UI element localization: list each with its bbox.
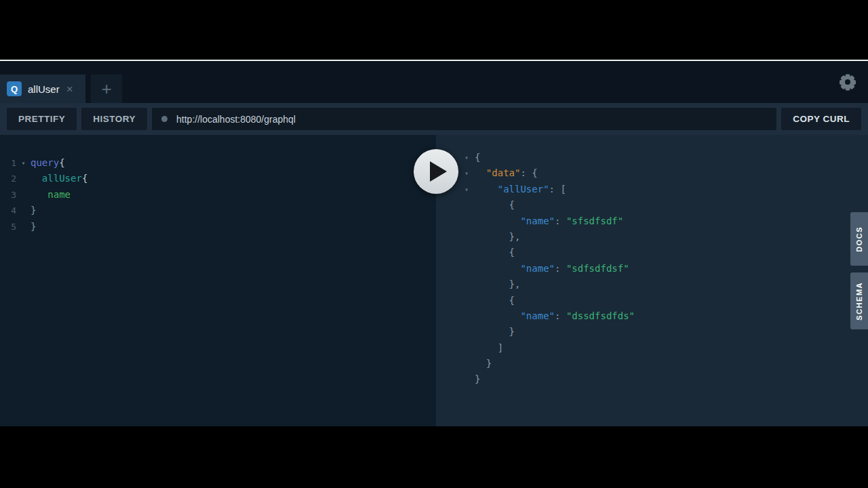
letterbox-bottom bbox=[0, 426, 868, 488]
code-token: "sfsdfsdf" bbox=[566, 214, 623, 229]
tab-alluser[interactable]: Q allUser × bbox=[0, 75, 85, 103]
endpoint-url-input[interactable]: http://localhost:8080/graphql bbox=[152, 108, 776, 130]
line-number: 1 bbox=[0, 155, 16, 171]
code-token: : { bbox=[520, 165, 537, 181]
toolbar: PRETTIFY HISTORY http://localhost:8080/g… bbox=[0, 103, 868, 135]
line-number: 2 bbox=[0, 171, 16, 186]
fold-arrow-icon[interactable]: ▾ bbox=[465, 150, 469, 165]
response-line: }, bbox=[436, 229, 868, 245]
editor-line[interactable]: 1▾query{ bbox=[0, 155, 436, 171]
code-token: }, bbox=[509, 229, 521, 245]
response-line: } bbox=[436, 324, 868, 340]
code-token bbox=[475, 293, 509, 308]
code-token: { bbox=[59, 155, 64, 171]
code-token: "sdfsdfdsf" bbox=[566, 261, 629, 277]
code-token: "name" bbox=[520, 308, 555, 324]
code-token: : bbox=[555, 214, 566, 229]
fold-spacer bbox=[16, 187, 31, 203]
code-token bbox=[475, 277, 509, 292]
response-line: } bbox=[436, 371, 868, 387]
editor-line[interactable]: 4} bbox=[0, 203, 436, 218]
code-token bbox=[475, 165, 486, 181]
close-tab-icon[interactable]: × bbox=[66, 83, 73, 95]
code-token: { bbox=[509, 293, 515, 308]
code-token: : bbox=[555, 308, 566, 324]
code-token: "dssdfsdfds" bbox=[566, 308, 635, 324]
code-token: "name" bbox=[520, 261, 555, 277]
prettify-button[interactable]: PRETTIFY bbox=[7, 108, 77, 130]
editor-line[interactable]: 5} bbox=[0, 219, 436, 235]
code-token: }, bbox=[509, 277, 521, 292]
response-line: { bbox=[436, 197, 868, 213]
fold-spacer bbox=[16, 171, 31, 186]
fold-spacer bbox=[16, 203, 31, 218]
graphql-playground: Q allUser × + PRETTIFY HISTORY http://lo… bbox=[0, 61, 868, 426]
response-line: ▾ "data": { bbox=[436, 165, 868, 181]
editor-response-split: 1▾query{2 allUser{3 name4}5} ▾{▾ "data":… bbox=[0, 135, 868, 426]
response-line: ▾ "allUser": [ bbox=[436, 182, 868, 197]
response-viewer: ▾{▾ "data": {▾ "allUser": [ { "name": "s… bbox=[436, 135, 868, 426]
code-token: query bbox=[31, 155, 59, 171]
fold-spacer bbox=[16, 219, 31, 235]
code-token: allUser bbox=[42, 171, 82, 186]
code-token bbox=[475, 261, 520, 277]
response-line: ] bbox=[436, 340, 868, 356]
code-token: } bbox=[486, 356, 492, 371]
code-token bbox=[475, 197, 509, 213]
line-number: 3 bbox=[0, 187, 16, 203]
code-token bbox=[475, 356, 486, 371]
response-line: "name": "sfsdfsdf" bbox=[436, 214, 868, 229]
code-token: : [ bbox=[549, 182, 566, 197]
docs-tab[interactable]: DOCS bbox=[850, 212, 868, 266]
tab-label: allUser bbox=[28, 83, 60, 95]
code-token: { bbox=[82, 171, 87, 186]
query-editor[interactable]: 1▾query{2 allUser{3 name4}5} bbox=[0, 135, 436, 426]
response-line: }, bbox=[436, 277, 868, 292]
new-tab-button[interactable]: + bbox=[91, 75, 122, 103]
code-token: { bbox=[509, 197, 515, 213]
docs-tab-label: DOCS bbox=[855, 226, 863, 252]
copy-curl-button[interactable]: COPY CURL bbox=[781, 108, 861, 130]
fold-arrow-icon[interactable]: ▾ bbox=[16, 155, 31, 171]
code-token: } bbox=[509, 324, 515, 340]
code-token: { bbox=[509, 245, 515, 260]
query-type-icon: Q bbox=[7, 81, 22, 96]
code-token bbox=[475, 308, 520, 324]
endpoint-status-dot-icon bbox=[161, 116, 167, 122]
response-line: ▾{ bbox=[436, 150, 868, 165]
fold-arrow-icon[interactable]: ▾ bbox=[465, 182, 469, 197]
line-number: 5 bbox=[0, 219, 16, 235]
code-token: } bbox=[31, 203, 36, 218]
code-token bbox=[475, 340, 498, 356]
code-token: "allUser" bbox=[498, 182, 549, 197]
code-token bbox=[31, 171, 42, 186]
editor-line[interactable]: 2 allUser{ bbox=[0, 171, 436, 186]
endpoint-url-value: http://localhost:8080/graphql bbox=[176, 114, 296, 125]
history-button[interactable]: HISTORY bbox=[81, 108, 147, 130]
code-token: : bbox=[555, 261, 566, 277]
schema-tab-label: SCHEMA bbox=[855, 282, 863, 321]
tab-bar: Q allUser × + bbox=[0, 61, 868, 103]
schema-tab[interactable]: SCHEMA bbox=[850, 272, 868, 329]
fold-arrow-icon[interactable]: ▾ bbox=[465, 165, 469, 181]
code-token bbox=[475, 324, 509, 340]
code-token: "data" bbox=[486, 165, 521, 181]
settings-gear-icon[interactable] bbox=[839, 73, 856, 91]
response-line: { bbox=[436, 245, 868, 260]
code-token bbox=[475, 245, 509, 260]
play-icon bbox=[430, 161, 447, 182]
response-line: "name": "dssdfsdfds" bbox=[436, 308, 868, 324]
letterbox-top bbox=[0, 0, 868, 60]
code-token: { bbox=[475, 150, 480, 165]
code-token: name bbox=[47, 187, 71, 203]
code-token bbox=[31, 187, 47, 203]
code-token: } bbox=[31, 219, 36, 235]
response-line: "name": "sdfsdfdsf" bbox=[436, 261, 868, 277]
code-token bbox=[475, 214, 520, 229]
code-token bbox=[475, 182, 498, 197]
execute-query-button[interactable] bbox=[414, 149, 458, 194]
code-token: } bbox=[475, 371, 480, 387]
editor-line[interactable]: 3 name bbox=[0, 187, 436, 203]
code-token bbox=[475, 229, 509, 245]
response-line: } bbox=[436, 356, 868, 371]
